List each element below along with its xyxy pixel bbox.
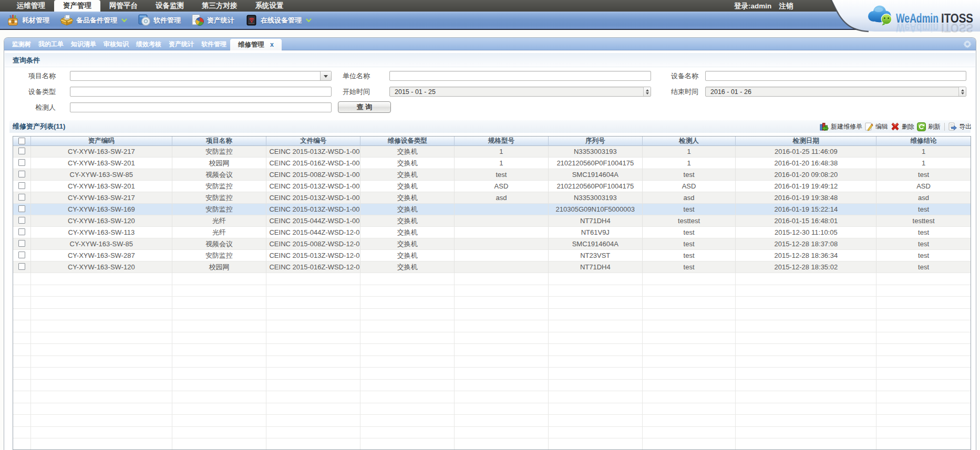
table-row[interactable]: CY-XYW-163-SW-201校园网CEINC 2015-016Z-WSD-… — [13, 158, 971, 169]
table-row[interactable]: CY-XYW-163-SW-120光纤CEINC 2015-044Z-WSD-1… — [13, 215, 971, 227]
cell-spec-model: 1 — [455, 146, 549, 158]
empty-cell — [643, 332, 736, 344]
tab-knowledge-review[interactable]: 审核知识 — [100, 38, 132, 50]
tab-my-work-orders[interactable]: 我的工单 — [35, 38, 67, 50]
column-header-project-name[interactable]: 项目名称 — [172, 137, 267, 146]
column-header-asset-code[interactable]: 资产编码 — [31, 137, 172, 146]
empty-cell — [549, 332, 643, 344]
row-checkbox[interactable] — [18, 171, 25, 177]
table-row[interactable]: CY-XYW-163-SW-217安防监控CEINC 2015-013Z-WSD… — [13, 192, 971, 204]
select-all-checkbox[interactable] — [18, 138, 25, 144]
cell-file-number: CEINC 2015-016Z-WSD-12-0 — [266, 261, 360, 273]
column-header-serial-number[interactable]: 序列号 — [549, 137, 643, 146]
table-row[interactable]: CY-XYW-163-SW-85视频会议CEINC 2015-008Z-WSD-… — [13, 169, 971, 181]
select-all-header-cell[interactable] — [13, 137, 31, 146]
menu-item-device-monitoring[interactable]: 设备监测 — [147, 0, 193, 12]
gear-icon[interactable] — [963, 40, 972, 48]
search-button[interactable]: 查 询 — [338, 101, 391, 113]
cell-device-type: 交换机 — [360, 215, 455, 227]
row-checkbox[interactable] — [18, 182, 25, 189]
tab-close-icon[interactable]: x — [270, 41, 274, 48]
empty-cell — [643, 297, 736, 309]
online-device-icon — [245, 14, 258, 27]
tab-asset-statistics-tab[interactable]: 资产统计 — [165, 38, 198, 50]
cell-inspector: 1 — [643, 158, 736, 169]
tab-knowledge-list[interactable]: 知识清单 — [67, 38, 100, 50]
column-header-inspector[interactable]: 检测人 — [643, 137, 736, 146]
end-time-spinner[interactable] — [958, 87, 966, 96]
device-type-input[interactable] — [70, 87, 332, 97]
empty-cell — [455, 356, 549, 368]
cell-asset-code: CY-XYW-163-SW-85 — [31, 169, 172, 181]
row-checkbox[interactable] — [18, 228, 25, 235]
toolbar-item-asset-statistics[interactable]: 资产统计 — [186, 14, 240, 27]
export-button[interactable]: 导出 — [948, 122, 972, 131]
menu-item-asset-management[interactable]: 资产管理 — [54, 0, 100, 12]
tab-performance-appraisal[interactable]: 绩效考核 — [132, 38, 165, 50]
menu-item-third-party-integration[interactable]: 第三方对接 — [193, 0, 246, 12]
empty-cell — [643, 368, 736, 380]
logout-link[interactable]: 注销 — [779, 0, 793, 12]
empty-cell — [13, 273, 31, 285]
empty-cell — [549, 309, 643, 321]
project-name-input[interactable] — [70, 71, 332, 81]
toolbar-item-consumables-management[interactable]: 耗材管理 — [1, 14, 55, 27]
row-checkbox[interactable] — [18, 205, 25, 212]
toolbar-item-software-management[interactable]: 软件管理 — [132, 14, 186, 27]
start-time-input[interactable] — [389, 87, 651, 97]
cell-conclusion: test — [876, 227, 971, 238]
empty-cell — [643, 380, 736, 392]
empty-cell — [172, 438, 267, 450]
cell-spec-model — [455, 215, 549, 227]
tab-monitor-tree[interactable]: 监测树 — [8, 38, 35, 50]
cell-inspect-date: 2016-01-19 19:49:12 — [736, 181, 876, 192]
table-row[interactable]: CY-XYW-163-SW-113光纤CEINC 2015-044Z-WSD-1… — [13, 227, 971, 238]
cell-file-number: CEINC 2015-013Z-WSD-1-00 — [266, 192, 360, 204]
empty-cell — [876, 427, 971, 439]
empty-cell — [172, 273, 267, 285]
empty-cell — [13, 344, 31, 356]
query-section-title: 查询条件 — [5, 53, 975, 67]
row-checkbox[interactable] — [18, 148, 25, 154]
tab-software-management-tab[interactable]: 软件管理 — [198, 38, 230, 50]
cell-project-name: 校园网 — [172, 261, 267, 273]
table-row[interactable]: CY-XYW-163-SW-201安防监控CEINC 2015-013Z-WSD… — [13, 181, 971, 192]
end-time-label: 结束时间 — [624, 87, 698, 97]
table-row[interactable]: CY-XYW-163-SW-287安防监控CEINC 2015-013Z-WSD… — [13, 250, 971, 261]
delete-button[interactable]: 删除 — [891, 122, 914, 131]
table-row[interactable]: CY-XYW-163-SW-85视频会议CEINC 2015-008Z-WSD-… — [13, 238, 971, 250]
row-checkbox[interactable] — [18, 263, 25, 270]
menu-item-ops-management[interactable]: 运维管理 — [8, 0, 54, 12]
table-row[interactable]: CY-XYW-163-SW-169安防监控CEINC 2015-013Z-WSD… — [13, 204, 971, 215]
table-row[interactable]: CY-XYW-163-SW-120校园网CEINC 2015-016Z-WSD-… — [13, 261, 971, 273]
table-row[interactable]: CY-XYW-163-SW-217安防监控CEINC 2015-013Z-WSD… — [13, 146, 971, 158]
device-name-input[interactable] — [705, 71, 966, 81]
row-checkbox[interactable] — [18, 194, 25, 201]
inspector-input[interactable] — [70, 102, 332, 112]
end-time-input[interactable] — [705, 87, 966, 97]
unit-name-input[interactable] — [389, 71, 651, 81]
refresh-button[interactable]: 刷新 — [917, 122, 941, 131]
menu-item-network-platform[interactable]: 网管平台 — [100, 0, 147, 12]
column-header-conclusion[interactable]: 维修结论 — [876, 137, 971, 146]
empty-cell — [266, 368, 360, 380]
menu-item-system-settings[interactable]: 系统设置 — [246, 0, 293, 12]
toolbar-item-spare-parts-management[interactable]: 备品备件管理 — [55, 14, 132, 27]
empty-cell — [172, 297, 267, 309]
empty-cell — [13, 415, 31, 427]
tab-repair-management[interactable]: 维修管理x — [230, 39, 282, 50]
column-header-inspect-date[interactable]: 检测日期 — [736, 137, 876, 146]
column-header-spec-model[interactable]: 规格型号 — [455, 137, 549, 146]
row-checkbox[interactable] — [18, 217, 25, 224]
empty-cell — [266, 332, 360, 344]
column-header-device-type[interactable]: 维修设备类型 — [360, 137, 455, 146]
row-checkbox[interactable] — [18, 240, 25, 247]
row-checkbox[interactable] — [18, 159, 25, 166]
cell-project-name: 视频会议 — [172, 169, 267, 181]
column-header-file-number[interactable]: 文件编号 — [266, 137, 360, 146]
new-repair-order-button[interactable]: 新建维修单 — [820, 122, 862, 131]
edit-button[interactable]: 编辑 — [865, 122, 888, 131]
empty-row — [13, 356, 971, 368]
row-checkbox[interactable] — [18, 252, 25, 258]
toolbar-item-online-device-management[interactable]: 在线设备管理 — [240, 14, 317, 27]
